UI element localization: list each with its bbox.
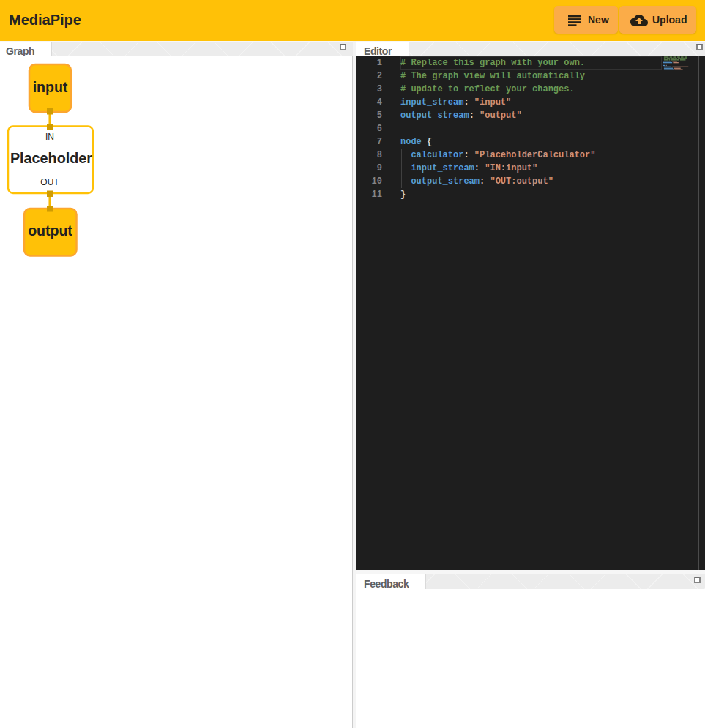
svg-text:OUT: OUT (40, 177, 59, 187)
svg-text:output: output (28, 222, 72, 239)
svg-text:Placeholder: Placeholder (10, 150, 92, 166)
svg-text:IN: IN (45, 132, 54, 142)
svg-text:input: input (33, 79, 68, 95)
